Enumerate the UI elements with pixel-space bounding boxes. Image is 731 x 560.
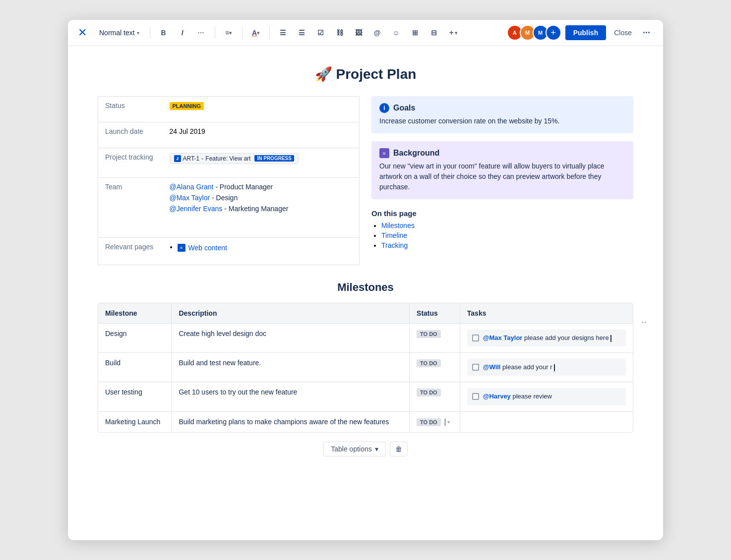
toolbar-right: A M M + Publish Close ··· (507, 25, 653, 41)
dropdown-chevron-icon: ▾ (447, 419, 450, 425)
plus-button[interactable]: ＋ ▾ (445, 25, 460, 40)
status-marketing[interactable]: TO DO ▾ (410, 411, 460, 432)
project-tracking-label: Project tracking (98, 148, 163, 177)
table-header-row: Milestone Description Status Tasks (98, 303, 633, 324)
bold-button[interactable]: B (156, 25, 171, 40)
task-mention[interactable]: @Harvey (483, 392, 511, 400)
todo-badge: TO DO (417, 359, 441, 367)
task-checkbox[interactable] (472, 364, 479, 371)
jira-id: ART-1 (183, 155, 200, 162)
title-emoji: 🚀 (315, 66, 332, 82)
status-build: TO DO (410, 353, 460, 382)
align-button[interactable]: ≡ ▾ (221, 25, 236, 40)
tracking-link[interactable]: Tracking (381, 241, 408, 249)
task-mention[interactable]: @Will (483, 363, 501, 371)
jira-icon: J (174, 155, 181, 162)
task-body: please review (512, 392, 552, 400)
mention-alana[interactable]: @Alana Grant (170, 183, 214, 191)
jira-dash: - (201, 155, 203, 162)
bullet-list-button[interactable]: ☰ (276, 25, 291, 40)
todo-badge: TO DO (417, 330, 441, 338)
status-cell: PLANNING (163, 97, 360, 122)
task-checkbox[interactable] (472, 393, 479, 400)
table-row: Build Build and test new feature. TO DO (98, 353, 633, 382)
tasks-user-testing[interactable]: @Harvey please review (460, 382, 633, 411)
role-jennifer: - Marketing Manager (224, 205, 288, 213)
team-member-1: @Alana Grant - Product Manager (170, 183, 353, 191)
goals-icon: i (379, 103, 389, 113)
emoji-button[interactable]: ☺ (389, 25, 404, 40)
timeline-link[interactable]: Timeline (381, 231, 407, 239)
table-row: Team @Alana Grant - Product Manager @Max… (98, 177, 360, 238)
more-formatting-button[interactable]: ··· (194, 25, 209, 40)
tasks-marketing[interactable] (460, 411, 633, 432)
link-button[interactable]: ⛓ (332, 25, 347, 40)
table-row: Status PLANNING (98, 97, 360, 122)
task-text: @Harvey please review (483, 392, 552, 401)
columns-button[interactable]: ⊟ (426, 25, 441, 40)
milestones-link[interactable]: Milestones (381, 222, 415, 229)
on-this-page-heading: On this page (371, 209, 633, 218)
italic-button[interactable]: I (175, 25, 190, 40)
goals-text: Increase customer conversion rate on the… (379, 116, 625, 126)
close-button[interactable]: Close (610, 27, 636, 39)
task-icon: ☑ (317, 29, 324, 37)
emoji-icon: ☺ (392, 29, 399, 37)
description-user-testing: Get 10 users to try out the new feature (172, 382, 410, 411)
plus-chevron-icon: ▾ (455, 30, 457, 36)
table-row: User testing Get 10 users to try out the… (98, 382, 633, 411)
background-header: ≡ Background (379, 148, 625, 158)
jira-status-badge: IN PROGRESS (254, 155, 294, 162)
info-grid: Status PLANNING Launch date 24 Jul 2019 … (98, 96, 633, 265)
task-item: @Max Taylor please add your designs here (467, 330, 626, 346)
text-style-dropdown[interactable]: Normal text ▾ (95, 26, 144, 39)
right-panel: i Goals Increase customer conversion rat… (371, 96, 633, 265)
mention-icon: @ (374, 29, 381, 37)
launch-date-label: Launch date (98, 122, 163, 148)
task-button[interactable]: ☑ (313, 25, 328, 40)
col-resize-icon[interactable]: ↔ (640, 318, 648, 327)
font-color-icon: A (252, 29, 257, 37)
web-content-link[interactable]: ≡ Web content (178, 244, 227, 252)
columns-icon: ⊟ (431, 29, 437, 37)
background-icon: ≡ (379, 148, 389, 158)
table-options-bar: Table options ▾ 🗑 (98, 442, 633, 456)
align-icon: ≡ (225, 29, 229, 37)
table-row: Project tracking J ART-1 - Feature: View… (98, 148, 360, 177)
tasks-design[interactable]: @Max Taylor please add your designs here (460, 324, 633, 353)
jira-link[interactable]: J ART-1 - Feature: View art IN PROGRESS (170, 153, 299, 164)
task-mention[interactable]: @Max Taylor (483, 334, 523, 341)
team-label: Team (98, 177, 163, 238)
mention-jennifer[interactable]: @Jennifer Evans (170, 205, 223, 213)
add-collaborator-button[interactable]: + (546, 25, 561, 41)
table-options-button[interactable]: Table options ▾ (323, 442, 386, 456)
image-button[interactable]: 🖼 (351, 25, 366, 40)
task-text: @Will please add your r (483, 363, 555, 372)
font-color-chevron-icon: ▾ (257, 30, 259, 36)
bullet-list-icon: ☰ (280, 29, 286, 37)
table-icon: ⊞ (412, 29, 418, 37)
cursor-indicator (445, 419, 446, 426)
table-button[interactable]: ⊞ (408, 25, 423, 40)
status-dropdown[interactable]: TO DO ▾ (417, 418, 450, 426)
col-tasks: Tasks (460, 303, 633, 324)
more-options-button[interactable]: ··· (640, 27, 653, 39)
tasks-build[interactable]: @Will please add your r (460, 353, 633, 382)
project-tracking-cell: J ART-1 - Feature: View art IN PROGRESS (163, 148, 360, 177)
ordered-list-icon: ☰ (299, 29, 305, 37)
app-logo-icon[interactable]: ✕ (78, 26, 87, 39)
ordered-list-button[interactable]: ☰ (295, 25, 309, 40)
mention-button[interactable]: @ (370, 25, 385, 40)
toolbar: ✕ Normal text ▾ B I ··· ≡ ▾ A ▾ ☰ ☰ ☑ ⛓ (68, 20, 663, 46)
task-checkbox[interactable] (472, 335, 479, 341)
font-color-button[interactable]: A ▾ (248, 25, 263, 40)
mention-max[interactable]: @Max Taylor (170, 194, 210, 202)
description-design: Create high level design doc (172, 324, 410, 353)
col-description: Description (172, 303, 410, 324)
milestones-table[interactable]: Milestone Description Status Tasks Desig… (98, 303, 633, 432)
publish-button[interactable]: Publish (565, 25, 607, 40)
delete-table-button[interactable]: 🗑 (390, 442, 408, 456)
team-cell: @Alana Grant - Product Manager @Max Tayl… (163, 177, 360, 238)
task-item: @Harvey please review (467, 388, 626, 405)
relevant-pages-label: Relevant pages (98, 238, 163, 265)
